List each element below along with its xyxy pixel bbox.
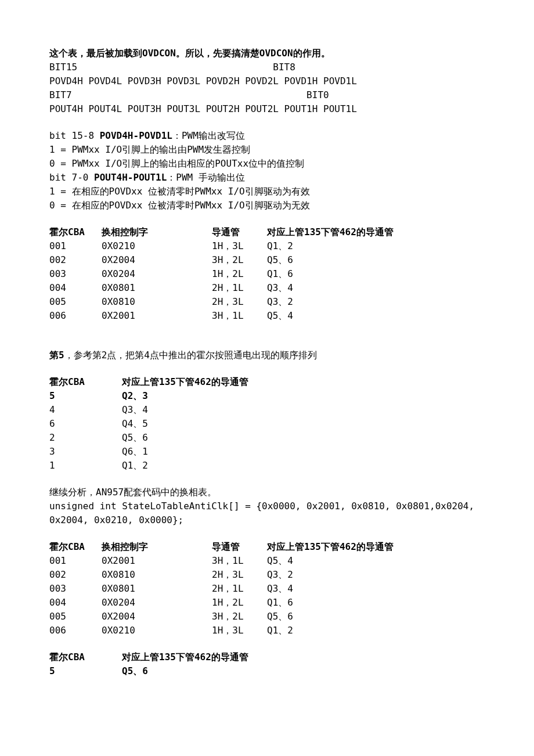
table-cell: 0X0810 (102, 295, 212, 309)
table-row: 0060X20013H，1LQ5、4 (49, 309, 485, 323)
table-cell: 0X0210 (102, 239, 212, 253)
table-header: 霍尔CBA 对应上管135下管462的导通管 (49, 650, 485, 664)
table-row: 4Q3、4 (49, 403, 485, 417)
table-cell: 1 (49, 459, 122, 473)
table-cell: Q1、2 (267, 239, 485, 253)
table-cell: 4 (49, 403, 122, 417)
reg-line-1: BIT15 BIT8 (49, 60, 485, 74)
table-cell: 0X0204 (102, 596, 212, 610)
table-cell: Q1、2 (122, 459, 485, 473)
table-row: 5Q5、6 (49, 664, 485, 678)
table-cell: Q3、4 (267, 281, 485, 295)
table-cell: 0X2001 (102, 309, 212, 323)
table-cell: Q1、2 (267, 624, 485, 638)
col-hall: 霍尔CBA (49, 540, 102, 554)
col-tube: 导通管 (212, 540, 267, 554)
table-row: 6Q4、5 (49, 417, 485, 431)
table-row: 0050X20043H，2LQ5、6 (49, 610, 485, 624)
table-row: 0030X02041H，2LQ1、6 (49, 267, 485, 281)
table-4: 霍尔CBA 对应上管135下管462的导通管 5Q5、6 (49, 650, 485, 678)
table-cell: Q4、5 (122, 417, 485, 431)
step-num: 第5 (49, 350, 64, 361)
bit-desc-line: 0 = 在相应的POVDxx 位被清零时PWMxx I/O引脚驱动为无效 (49, 199, 485, 213)
table-cell: 002 (49, 253, 102, 267)
table-cell: 0X0801 (102, 281, 212, 295)
table-cell: Q3、2 (267, 568, 485, 582)
bit-desc-line: bit 15-8 POVD4H-POVD1L：PWM输出改写位 (49, 129, 485, 143)
table-cell: Q1、6 (267, 596, 485, 610)
table-cell: 003 (49, 267, 102, 281)
bit-prefix: bit 7-0 (49, 172, 94, 183)
table-cell: 005 (49, 610, 102, 624)
table-cell: Q3、2 (267, 295, 485, 309)
table-cell: 002 (49, 568, 102, 582)
table-cell: 0X2004 (102, 610, 212, 624)
table-header: 霍尔CBA 换相控制字 导通管 对应上管135下管462的导通管 (49, 540, 485, 554)
table-row: 1Q1、2 (49, 459, 485, 473)
reg-line-4: POUT4H POUT4L POUT3H POUT3L POUT2H POUT2… (49, 102, 485, 116)
table-cell: Q5、6 (122, 431, 485, 445)
table-cell: Q2、3 (122, 389, 485, 403)
col-hall: 霍尔CBA (49, 375, 122, 389)
table-cell: 0X0801 (102, 582, 212, 596)
table-cell: Q5、4 (267, 554, 485, 568)
table-cell: 5 (49, 389, 122, 403)
paragraph-6: 继续分析，AN957配套代码中的换相表。 (49, 485, 485, 499)
bit-desc-line: 0 = PWMxx I/O引脚上的输出由相应的POUTxx位中的值控制 (49, 157, 485, 171)
table-cell: 001 (49, 554, 102, 568)
table-cell: 0X2004 (102, 253, 212, 267)
bit-name: POVD4H-POVD1L (100, 130, 172, 141)
table-row: 0060X02101H，3LQ1、2 (49, 624, 485, 638)
paragraph-5: 第5，参考第2点，把第4点中推出的霍尔按照通电出现的顺序排列 (49, 348, 485, 362)
table-cell: 1H，2L (212, 596, 267, 610)
table-cell: 6 (49, 417, 122, 431)
table-cell: Q1、6 (267, 267, 485, 281)
reg-line-3: BIT7 BIT0 (49, 88, 485, 102)
table-cell: 003 (49, 582, 102, 596)
heading-1: 这个表，最后被加载到OVDCON。所以，先要搞清楚OVDCON的作用。 (49, 46, 485, 60)
table-row: 0020X20043H，2LQ5、6 (49, 253, 485, 267)
bit-desc-line: 1 = PWMxx I/O引脚上的输出由PWM发生器控制 (49, 143, 485, 157)
col-ctrl: 换相控制字 (102, 540, 212, 554)
table-cell: Q3、4 (122, 403, 485, 417)
table-cell: 2H，1L (212, 281, 267, 295)
table-cell: 004 (49, 596, 102, 610)
code-line: unsigned int StateLoTableAntiClk[] = {0x… (49, 499, 485, 527)
table-cell: 006 (49, 309, 102, 323)
bit-desc-line: bit 7-0 POUT4H-POUT1L：PWM 手动输出位 (49, 171, 485, 185)
step-text: ，参考第2点，把第4点中推出的霍尔按照通电出现的顺序排列 (64, 350, 317, 361)
table-cell: 1H，3L (212, 239, 267, 253)
table-cell: 3H，1L (212, 309, 267, 323)
table-cell: Q5、6 (267, 610, 485, 624)
table-cell: 0X2001 (102, 554, 212, 568)
table-row: 0020X08102H，3LQ3、2 (49, 568, 485, 582)
table-cell: 3H，2L (212, 610, 267, 624)
col-map: 对应上管135下管462的导通管 (267, 225, 485, 239)
table-3: 霍尔CBA 换相控制字 导通管 对应上管135下管462的导通管 0010X20… (49, 540, 485, 638)
table-cell: Q5、4 (267, 309, 485, 323)
table-cell: Q6、1 (122, 445, 485, 459)
table-row: 0010X20013H，1LQ5、4 (49, 554, 485, 568)
col-map: 对应上管135下管462的导通管 (122, 650, 485, 664)
table-cell: 3H，2L (212, 253, 267, 267)
table-row: 2Q5、6 (49, 431, 485, 445)
table-cell: 0X0204 (102, 267, 212, 281)
table-cell: 2H，3L (212, 568, 267, 582)
table-cell: 5 (49, 664, 122, 678)
bit-suffix: ：PWM输出改写位 (172, 130, 245, 141)
table-cell: 1H，2L (212, 267, 267, 281)
bit-prefix: bit 15-8 (49, 130, 100, 141)
table-cell: 2 (49, 431, 122, 445)
table-header: 霍尔CBA 对应上管135下管462的导通管 (49, 375, 485, 389)
table-cell: 3H，1L (212, 554, 267, 568)
bit-name: POUT4H-POUT1L (94, 172, 167, 183)
table-row: 5Q2、3 (49, 389, 485, 403)
bit-suffix: ：PWM 手动输出位 (167, 172, 245, 183)
table-row: 3Q6、1 (49, 445, 485, 459)
table-cell: 0X0210 (102, 624, 212, 638)
col-tube: 导通管 (212, 225, 267, 239)
table-cell: 2H，1L (212, 582, 267, 596)
bit-desc-line: 1 = 在相应的POVDxx 位被清零时PWMxx I/O引脚驱动为有效 (49, 185, 485, 199)
table-cell: 005 (49, 295, 102, 309)
table-cell: 2H，3L (212, 295, 267, 309)
